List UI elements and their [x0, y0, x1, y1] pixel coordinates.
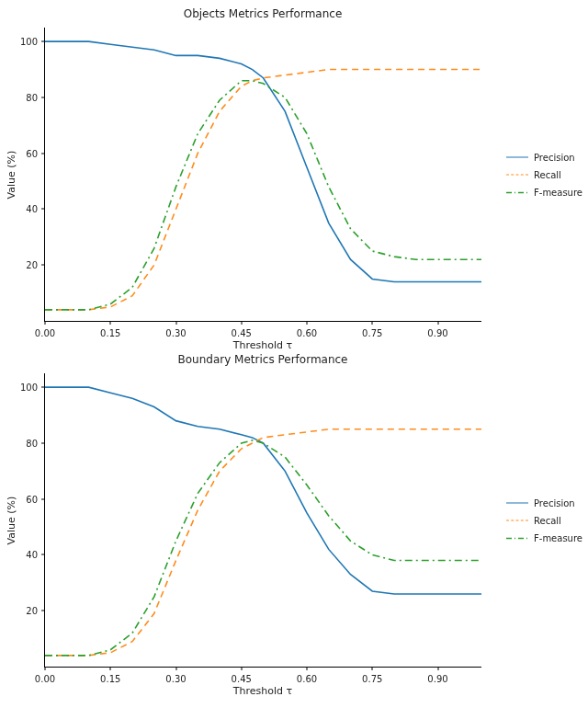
- legend-swatch: [506, 189, 528, 195]
- x-tick-label: 0.00: [35, 328, 55, 338]
- chart-objects: Objects Metrics Performance 20406080100 …: [44, 28, 481, 322]
- legend-entry-f-measure: F-measure: [506, 530, 582, 547]
- legend-label: Precision: [534, 495, 575, 512]
- chart-boundary: Boundary Metrics Performance 20406080100…: [44, 373, 481, 668]
- x-tick-label: 0.75: [362, 328, 382, 338]
- x-tick-label: 0.45: [232, 328, 252, 338]
- plot-area: 20406080100 0.000.150.300.450.600.750.90: [44, 28, 481, 322]
- line-layer: [45, 28, 481, 321]
- legend-swatch: [506, 157, 528, 158]
- legend: PrecisionRecallF-measure: [506, 149, 582, 201]
- y-tick-label: 80: [26, 438, 38, 448]
- x-tick-label: 0.45: [232, 674, 252, 684]
- chart-title: Boundary Metrics Performance: [44, 353, 481, 366]
- x-tick-label: 0.90: [427, 674, 447, 684]
- legend-entry-precision: Precision: [506, 149, 582, 166]
- series-recall: [45, 70, 481, 310]
- legend-label: F-measure: [534, 184, 582, 201]
- legend-swatch: [506, 503, 528, 504]
- legend-label: F-measure: [534, 530, 582, 547]
- x-tick-label: 0.15: [100, 328, 120, 338]
- legend-swatch: [506, 520, 528, 521]
- y-tick-label: 60: [26, 148, 38, 158]
- chart-title: Objects Metrics Performance: [44, 7, 481, 20]
- x-tick-label: 0.90: [427, 328, 447, 338]
- y-tick-label: 20: [26, 606, 38, 616]
- legend-label: Recall: [534, 166, 561, 184]
- x-tick-label: 0.30: [165, 674, 186, 684]
- x-tick-label: 0.00: [35, 674, 55, 684]
- y-tick-label: 60: [26, 494, 38, 504]
- x-axis-label: Threshold τ: [233, 339, 292, 351]
- series-f-measure: [45, 81, 481, 310]
- legend-entry-recall: Recall: [506, 166, 582, 184]
- y-tick-label: 20: [26, 260, 38, 270]
- series-precision: [45, 387, 481, 594]
- legend-swatch: [506, 175, 528, 176]
- series-precision: [45, 41, 481, 281]
- legend-label: Recall: [534, 512, 561, 530]
- legend-swatch: [506, 535, 528, 541]
- legend-entry-recall: Recall: [506, 512, 582, 530]
- x-axis-label: Threshold τ: [233, 685, 292, 697]
- series-f-measure: [45, 440, 481, 656]
- legend-entry-f-measure: F-measure: [506, 184, 582, 201]
- y-axis-label: Value (%): [6, 497, 17, 545]
- y-tick-label: 100: [20, 37, 38, 47]
- x-tick-label: 0.60: [297, 674, 317, 684]
- x-tick-label: 0.30: [165, 328, 186, 338]
- legend-label: Precision: [534, 149, 575, 166]
- y-axis-label: Value (%): [6, 151, 17, 200]
- y-tick-label: 40: [26, 204, 38, 214]
- y-tick-label: 100: [20, 383, 38, 393]
- x-tick-label: 0.75: [362, 674, 382, 684]
- figure: Objects Metrics Performance 20406080100 …: [0, 0, 588, 708]
- series-recall: [45, 429, 481, 656]
- legend: PrecisionRecallF-measure: [506, 495, 582, 547]
- x-tick-label: 0.60: [297, 328, 317, 338]
- plot-area: 20406080100 0.000.150.300.450.600.750.90: [44, 373, 481, 668]
- x-tick-label: 0.15: [100, 674, 120, 684]
- y-tick-label: 80: [26, 92, 38, 102]
- y-tick-label: 40: [26, 550, 38, 560]
- line-layer: [45, 373, 481, 667]
- legend-entry-precision: Precision: [506, 495, 582, 512]
